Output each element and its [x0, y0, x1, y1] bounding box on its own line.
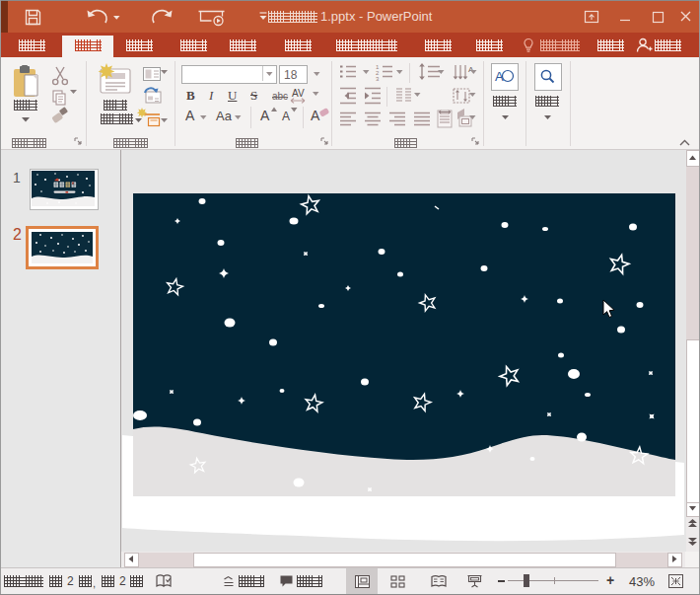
svg-text:3: 3 [376, 76, 380, 82]
